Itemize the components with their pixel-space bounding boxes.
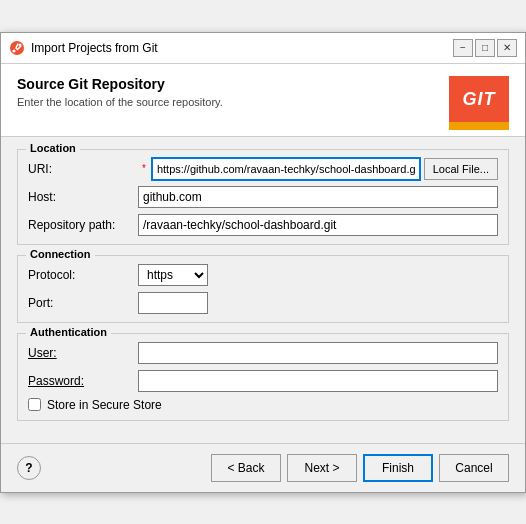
header-title: Source Git Repository [17, 76, 223, 92]
password-input[interactable] [138, 370, 498, 392]
git-logo-text: GIT [463, 89, 496, 110]
secure-store-row: Store in Secure Store [28, 398, 498, 412]
password-row: Password: [28, 370, 498, 392]
user-input[interactable] [138, 342, 498, 364]
connection-label: Connection [26, 248, 95, 260]
uri-label: URI: [28, 162, 138, 176]
git-logo-bar [449, 122, 509, 130]
close-button[interactable]: ✕ [497, 39, 517, 57]
git-logo: GIT [449, 76, 509, 124]
connection-section: Connection Protocol: https http git ssh … [17, 255, 509, 323]
user-row: User: [28, 342, 498, 364]
content-area: Location URI: * Local File... Host: Repo… [1, 137, 525, 443]
uri-row: URI: * Local File... [28, 158, 498, 180]
footer-left: ? [17, 456, 41, 480]
user-label: User: [28, 346, 138, 360]
local-file-button[interactable]: Local File... [424, 158, 498, 180]
svg-point-1 [13, 49, 16, 52]
header-text: Source Git Repository Enter the location… [17, 76, 223, 108]
window-title: Import Projects from Git [31, 41, 447, 55]
repo-path-row: Repository path: [28, 214, 498, 236]
back-button[interactable]: < Back [211, 454, 281, 482]
port-label: Port: [28, 296, 138, 310]
finish-button[interactable]: Finish [363, 454, 433, 482]
password-label: Password: [28, 374, 138, 388]
maximize-button[interactable]: □ [475, 39, 495, 57]
protocol-row: Protocol: https http git ssh [28, 264, 498, 286]
port-input[interactable] [138, 292, 208, 314]
protocol-label: Protocol: [28, 268, 138, 282]
next-button[interactable]: Next > [287, 454, 357, 482]
host-label: Host: [28, 190, 138, 204]
host-input[interactable] [138, 186, 498, 208]
authentication-section: Authentication User: Password: Store in … [17, 333, 509, 421]
host-row: Host: [28, 186, 498, 208]
uri-input[interactable] [152, 158, 420, 180]
header-section: Source Git Repository Enter the location… [1, 64, 525, 137]
help-button[interactable]: ? [17, 456, 41, 480]
footer-right: < Back Next > Finish Cancel [211, 454, 509, 482]
protocol-select[interactable]: https http git ssh [138, 264, 208, 286]
window-controls: − □ ✕ [453, 39, 517, 57]
minimize-button[interactable]: − [453, 39, 473, 57]
location-label: Location [26, 142, 80, 154]
secure-store-label[interactable]: Store in Secure Store [47, 398, 162, 412]
git-icon [9, 40, 25, 56]
footer: ? < Back Next > Finish Cancel [1, 443, 525, 492]
repo-path-label: Repository path: [28, 218, 138, 232]
secure-store-checkbox[interactable] [28, 398, 41, 411]
titlebar: Import Projects from Git − □ ✕ [1, 33, 525, 64]
location-section: Location URI: * Local File... Host: Repo… [17, 149, 509, 245]
svg-point-2 [19, 43, 22, 46]
cancel-button[interactable]: Cancel [439, 454, 509, 482]
required-marker: * [142, 163, 146, 174]
import-dialog: Import Projects from Git − □ ✕ Source Gi… [0, 32, 526, 493]
header-subtitle: Enter the location of the source reposit… [17, 96, 223, 108]
authentication-label: Authentication [26, 326, 111, 338]
repo-path-input[interactable] [138, 214, 498, 236]
port-row: Port: [28, 292, 498, 314]
